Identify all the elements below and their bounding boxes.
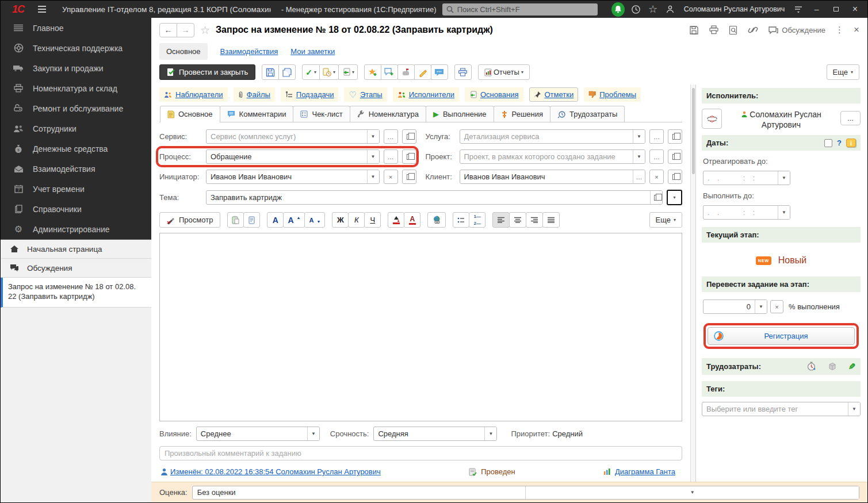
notifications-bell-icon[interactable] (611, 2, 624, 17)
post-schedule-button[interactable]: ▾ (319, 64, 339, 80)
gantt-link[interactable]: Диаграмма Ганта (615, 467, 675, 476)
modified-link[interactable]: Изменён: 02.08.2022 16:38:54 Соломахин Р… (170, 467, 381, 476)
help-question-mark[interactable]: ? (837, 139, 842, 147)
problems-link[interactable]: Проблемы (599, 90, 636, 99)
executors-chip[interactable]: Исполнители (393, 87, 459, 102)
discussion-button[interactable]: Обсуждение (768, 26, 825, 34)
save-icon[interactable] (689, 25, 699, 35)
mailbox-button[interactable] (397, 64, 415, 80)
project-choose-button[interactable]: … (649, 149, 664, 164)
post-button[interactable]: ✓▾ (302, 64, 320, 80)
initiator-input[interactable] (207, 172, 367, 181)
process-choose-button[interactable]: … (384, 149, 398, 164)
files-chip[interactable]: Файлы (234, 87, 275, 102)
chevron-down-icon[interactable]: ▼ (525, 486, 859, 499)
user-icon[interactable] (664, 3, 676, 16)
add-favorite-button[interactable] (364, 64, 381, 80)
align-left-button[interactable] (492, 212, 510, 228)
watchers-link[interactable]: Наблюдатели (175, 90, 223, 99)
paste-button[interactable] (227, 212, 244, 228)
stopwatch-icon[interactable] (806, 362, 816, 371)
minimize-button[interactable]: – (810, 3, 823, 16)
align-right-button[interactable] (526, 212, 543, 228)
service-choose-button[interactable]: … (384, 129, 398, 144)
tab-interactions[interactable]: Взаимодействия (220, 47, 278, 56)
urgency-select[interactable]: ▼ (373, 427, 497, 441)
service-field[interactable]: ▼ (206, 129, 380, 144)
sidebar-item-money[interactable]: s Денежные средства (1, 139, 151, 159)
marks-chip[interactable]: Отметки (529, 87, 579, 102)
preview-icon[interactable] (729, 25, 738, 35)
theme-input[interactable] (207, 193, 650, 202)
score-select[interactable]: Без оценки ▼ (192, 486, 859, 500)
executor-name[interactable]: Соломахин Руслан Артурович (726, 109, 836, 130)
stages-chip[interactable]: ♡ Этапы (344, 87, 387, 102)
tab-trudozatraty[interactable]: Трудозатраты (550, 106, 625, 122)
chevron-down-icon[interactable]: ▼ (778, 206, 790, 219)
add-comment-button[interactable] (381, 64, 398, 80)
print-button[interactable] (454, 64, 472, 80)
font-button[interactable]: А (267, 212, 284, 228)
bases-link[interactable]: Основания (480, 90, 519, 99)
usluga-field[interactable]: ▼ (460, 129, 646, 144)
sidebar-open-task[interactable]: Запрос на изменение № 18 от 02.08. 22 (З… (1, 278, 151, 308)
executor-choose-button[interactable]: ... (840, 111, 861, 125)
align-center-button[interactable] (509, 212, 526, 228)
scrollbar-thumb[interactable] (692, 88, 695, 174)
link-icon[interactable] (748, 25, 758, 34)
register-button[interactable]: Регистрация (708, 327, 855, 345)
executors-link[interactable]: Исполнители (409, 90, 454, 99)
tab-vypolnenie[interactable]: ▶ Выполнение (426, 106, 494, 122)
theme-field[interactable] (206, 190, 663, 205)
sidebar-item-repair[interactable]: Ремонт и обслуживание (1, 98, 151, 118)
forward-button[interactable]: → (177, 23, 194, 37)
editor-more-button[interactable]: Еще▾ (649, 212, 682, 228)
initiator-open-button[interactable] (402, 170, 416, 184)
marker-button[interactable] (414, 64, 431, 80)
theme-dropdown-button[interactable]: ▾ (667, 190, 682, 205)
favorites-star-icon[interactable]: ☆ (647, 3, 659, 16)
project-input[interactable] (460, 152, 633, 161)
watchers-chip[interactable]: Наблюдатели (159, 87, 228, 102)
tab-nomenklatura[interactable]: Номенклатура (350, 106, 426, 122)
react-until-input[interactable] (703, 174, 778, 182)
chevron-down-icon[interactable]: ▼ (367, 130, 379, 143)
close-app-button[interactable]: × (848, 3, 862, 16)
sidebar-item-administration[interactable]: ⚙ Администрирование (1, 219, 151, 239)
usluga-open-button[interactable] (668, 129, 682, 144)
comment-input[interactable] (160, 449, 682, 458)
tab-resheniya[interactable]: Решения (494, 106, 550, 122)
tags-input[interactable] (702, 405, 848, 413)
percent-field[interactable]: ▼ (703, 300, 767, 314)
description-textarea[interactable] (159, 233, 682, 421)
font-decrease-button[interactable]: А▼ (304, 212, 325, 228)
chevron-down-icon[interactable]: ▼ (307, 427, 319, 440)
due-until-input[interactable] (703, 208, 778, 217)
italic-button[interactable]: К (348, 212, 365, 228)
favorite-star-icon[interactable]: ☆ (200, 24, 210, 37)
vertical-scrollbar[interactable] (690, 85, 695, 482)
underline-button[interactable]: Ч (364, 212, 381, 228)
sidebar-item-interactions[interactable]: Взаимодействия (1, 159, 151, 179)
align-justify-button[interactable] (542, 212, 560, 228)
project-open-button[interactable] (668, 149, 682, 164)
sidebar-item-home[interactable]: Начальная страница (1, 240, 151, 259)
reports-button[interactable]: Отчеты▾ (478, 64, 530, 80)
sidebar-item-timetracking[interactable]: 7 Учет времени (1, 179, 151, 199)
tab-kommentarii[interactable]: Комментарии (220, 106, 294, 122)
bullet-list-button[interactable] (453, 212, 469, 228)
toolbar-more-button[interactable]: Еще▾ (827, 64, 859, 80)
fill-color-button[interactable] (388, 212, 404, 228)
due-until-field[interactable]: ▼ (703, 205, 790, 220)
client-open-button[interactable] (668, 170, 682, 184)
save-copy-button[interactable] (278, 64, 296, 80)
initiator-clear-button[interactable]: × (384, 170, 398, 184)
chevron-down-icon[interactable]: ▼ (367, 170, 379, 183)
sidebar-item-employees[interactable]: Сотрудники (1, 118, 151, 139)
open-icon[interactable] (650, 191, 662, 204)
font-increase-button[interactable]: А▲ (283, 212, 305, 228)
subtasks-chip[interactable]: Подзадачи (281, 87, 339, 102)
process-input[interactable] (207, 152, 367, 161)
influence-select[interactable]: ▼ (196, 427, 320, 441)
chevron-down-icon[interactable]: ▼ (778, 171, 790, 185)
